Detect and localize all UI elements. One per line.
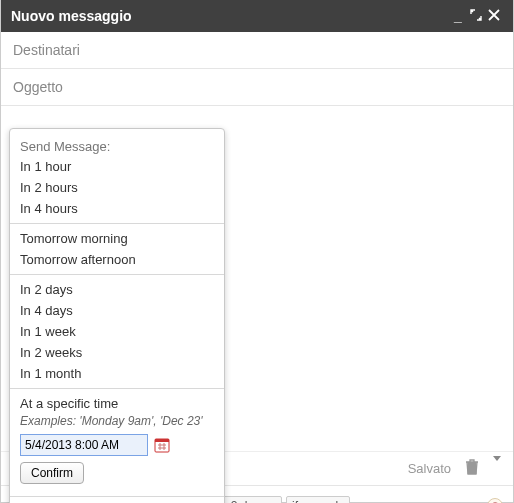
schedule-option[interactable]: Tomorrow morning bbox=[10, 228, 224, 249]
boomerang-condition-value: if no reply bbox=[292, 499, 344, 504]
schedule-option[interactable]: In 2 hours bbox=[10, 177, 224, 198]
subject-placeholder: Oggetto bbox=[13, 79, 63, 95]
schedule-option[interactable]: In 4 days bbox=[10, 300, 224, 321]
saved-status: Salvato bbox=[408, 461, 451, 476]
confirm-button[interactable]: Confirm bbox=[20, 462, 84, 484]
schedule-option[interactable]: In 4 hours bbox=[10, 198, 224, 219]
chevron-down-icon bbox=[493, 456, 501, 476]
compose-window: Nuovo messaggio _ Destinatari Oggetto Sa… bbox=[0, 0, 514, 503]
minimize-icon[interactable]: _ bbox=[449, 8, 467, 24]
subject-field[interactable]: Oggetto bbox=[1, 69, 513, 106]
schedule-option[interactable]: In 1 week bbox=[10, 321, 224, 342]
titlebar: Nuovo messaggio _ bbox=[1, 0, 513, 32]
close-icon[interactable] bbox=[485, 8, 503, 24]
specific-time-input[interactable] bbox=[20, 434, 148, 456]
schedule-option[interactable]: Tomorrow afternoon bbox=[10, 249, 224, 270]
schedule-option[interactable]: In 1 month bbox=[10, 363, 224, 384]
specific-time-examples: Examples: 'Monday 9am', 'Dec 23' bbox=[10, 414, 224, 432]
svg-rect-2 bbox=[155, 439, 169, 442]
help-icon[interactable]: ? bbox=[487, 498, 503, 504]
schedule-option[interactable]: In 1 hour bbox=[10, 156, 224, 177]
window-title: Nuovo messaggio bbox=[11, 8, 132, 24]
schedule-popup: Send Message: In 1 hour In 2 hours In 4 … bbox=[9, 128, 225, 503]
calendar-icon[interactable] bbox=[154, 437, 170, 453]
discard-icon[interactable] bbox=[465, 459, 479, 478]
recipients-field[interactable]: Destinatari bbox=[1, 32, 513, 69]
more-options-button[interactable] bbox=[493, 461, 501, 476]
schedule-option[interactable]: In 2 days bbox=[10, 279, 224, 300]
specific-time-label: At a specific time bbox=[10, 393, 224, 414]
schedule-popup-header: Send Message: bbox=[10, 133, 224, 156]
schedule-option[interactable]: In 2 weeks bbox=[10, 342, 224, 363]
svg-rect-0 bbox=[468, 462, 477, 474]
recipients-placeholder: Destinatari bbox=[13, 42, 80, 58]
boomerang-schedule-value: in 2 days bbox=[218, 499, 266, 504]
expand-icon[interactable] bbox=[467, 8, 485, 24]
boomerang-condition-dropdown[interactable]: if no reply bbox=[286, 496, 350, 504]
